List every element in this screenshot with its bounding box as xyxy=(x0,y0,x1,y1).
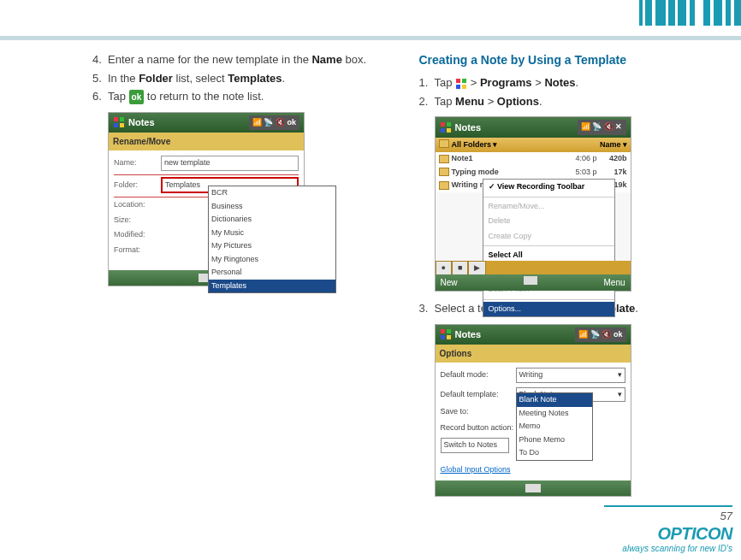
step-number: 1. xyxy=(419,74,435,91)
folder-header[interactable]: All Folders▾ Name▾ xyxy=(436,138,631,153)
step4-text-a: Enter a name for the new template in the xyxy=(108,53,311,66)
dropdown-item[interactable]: My Ringtones xyxy=(209,253,335,267)
step1-a: Tap xyxy=(435,76,456,89)
step-number: 2. xyxy=(419,93,435,110)
dropdown-item[interactable]: Business xyxy=(209,200,335,214)
ss1-subtitle: Rename/Move xyxy=(109,133,304,150)
dropdown-item[interactable]: Phone Memo xyxy=(517,433,592,447)
step1-notes: Notes xyxy=(544,76,575,89)
dropdown-item-selected[interactable]: Templates xyxy=(209,280,335,293)
default-mode-field[interactable]: Writing▾ xyxy=(516,368,625,383)
highlight-line xyxy=(114,174,299,175)
step6-a: Tap xyxy=(108,90,129,103)
header-barcode xyxy=(639,0,741,26)
dropdown-item[interactable]: To Do xyxy=(517,446,592,460)
step-number: 6. xyxy=(92,88,108,105)
size-label: Size: xyxy=(114,215,161,227)
ss3-title: Notes xyxy=(455,327,482,342)
ss2-bottombar: New Menu xyxy=(436,274,631,291)
start-icon xyxy=(440,121,452,133)
folder-dropdown[interactable]: BCR Business Dictionaries My Music My Pi… xyxy=(208,186,336,293)
step4-name: Name xyxy=(311,53,341,66)
ss2-titlebar: Notes 📶 📡 🔇 ✕ xyxy=(436,117,631,138)
default-template-label: Default template: xyxy=(441,389,516,401)
name-field[interactable]: new template xyxy=(161,156,299,171)
step2-a: Tap xyxy=(435,95,456,108)
status-icons: 📶 📡 🔇 ok xyxy=(575,327,625,343)
menu-rename: Rename/Move... xyxy=(483,199,614,215)
default-mode-label: Default mode: xyxy=(441,369,516,381)
note-icon xyxy=(439,155,449,163)
file-row[interactable]: Typing mode5:03 p17k xyxy=(436,166,631,180)
keyboard-icon[interactable] xyxy=(524,276,537,285)
header-band xyxy=(0,36,741,40)
step1-d: > xyxy=(532,76,545,89)
dropdown-item[interactable]: Memo xyxy=(517,420,592,433)
template-dropdown[interactable]: Blank Note Meeting Notes Memo Phone Memo… xyxy=(516,392,593,461)
save-to-label: Save to: xyxy=(441,406,516,418)
page-footer: 57 OPTICON always scanning for new ID's xyxy=(604,505,732,553)
step-number: 3. xyxy=(419,300,435,317)
dropdown-item[interactable]: My Pictures xyxy=(209,239,335,253)
start-icon xyxy=(113,116,125,128)
switch-notes-field[interactable]: Switch to Notes xyxy=(441,438,509,453)
ss3-bottombar xyxy=(436,480,631,496)
new-button[interactable]: New xyxy=(441,276,458,289)
step5-a: In the xyxy=(108,72,139,85)
all-folders: All Folders xyxy=(452,139,492,151)
name-label: Name: xyxy=(114,157,161,169)
record-button-label: Record button action: xyxy=(441,422,514,434)
ss2-title: Notes xyxy=(455,121,482,135)
step4-text-c: box. xyxy=(342,53,366,66)
file-row[interactable]: Note14:06 p420b xyxy=(436,152,631,166)
location-label: Location: xyxy=(114,199,161,211)
dropdown-item[interactable]: My Music xyxy=(209,227,335,240)
step1-b: > xyxy=(467,76,480,89)
ss1-title: Notes xyxy=(128,115,155,130)
right-column: Creating a Note by Using a Template 1. T… xyxy=(419,51,712,509)
menu-options[interactable]: Options... xyxy=(483,302,614,317)
step-number: 5. xyxy=(92,70,108,87)
menu-create-copy: Create Copy xyxy=(483,229,614,245)
status-icons: 📶 📡 🔇 ✕ xyxy=(578,120,626,135)
tab-play-icon[interactable]: ▶ xyxy=(468,261,486,276)
step2-e: . xyxy=(539,95,542,108)
dropdown-item[interactable]: BCR xyxy=(209,186,335,200)
doc-tabs: ● ■ ▶ xyxy=(436,261,631,276)
note-icon xyxy=(439,181,449,190)
step-number: 4. xyxy=(92,51,108,68)
menu-delete: Delete xyxy=(483,214,614,229)
folder-label: Folder: xyxy=(114,180,161,192)
step2-options: Options xyxy=(497,95,539,108)
step5-e: . xyxy=(282,72,286,85)
menu-button[interactable]: Menu xyxy=(603,276,625,289)
global-input-link[interactable]: Global Input Options xyxy=(441,464,511,476)
step6-b: to return to the note list. xyxy=(144,90,264,103)
dropdown-item-selected[interactable]: Blank Note xyxy=(517,393,592,407)
ss3-subtitle: Options xyxy=(436,345,631,363)
screenshot-options: Notes 📶 📡 🔇 ok Options Default mode: Wri… xyxy=(435,324,631,498)
tab-rec-icon[interactable]: ● xyxy=(436,261,452,276)
modified-label: Modified: xyxy=(114,229,161,241)
dropdown-item[interactable]: Meeting Notes xyxy=(517,407,592,421)
step5-templates: Templates xyxy=(228,72,282,85)
start-icon xyxy=(440,328,452,340)
page-number: 57 xyxy=(604,510,732,522)
folder-icon xyxy=(439,139,449,148)
dropdown-item[interactable]: Dictionaries xyxy=(209,213,335,227)
step1-programs: Programs xyxy=(480,76,532,89)
menu-view-recording[interactable]: View Recording Toolbar xyxy=(483,180,614,195)
step3-c: . xyxy=(635,302,638,315)
tagline: always scanning for new ID's xyxy=(604,544,732,553)
tab-stop-icon[interactable]: ■ xyxy=(452,261,468,276)
step5-folder: Folder xyxy=(139,72,173,85)
step2-menu: Menu xyxy=(455,95,484,108)
keyboard-icon[interactable] xyxy=(525,484,541,492)
screenshot-rename-move: Notes 📶 📡 🔇 ok Rename/Move Name: new tem… xyxy=(108,112,305,287)
dropdown-item[interactable]: Personal xyxy=(209,266,335,280)
format-label: Format: xyxy=(114,245,161,256)
step5-c: list, select xyxy=(173,72,228,85)
left-column: 4. Enter a name for the new template in … xyxy=(92,51,385,509)
ss3-titlebar: Notes 📶 📡 🔇 ok xyxy=(436,325,631,345)
status-icons: 📶 📡 🔇 ok xyxy=(249,115,299,131)
